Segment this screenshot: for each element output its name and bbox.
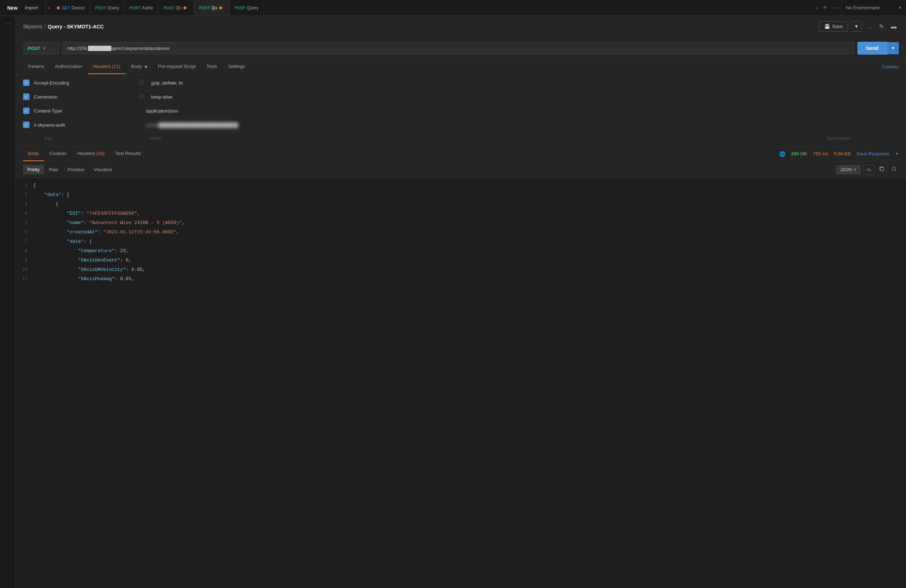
- tab-body-dot: [145, 65, 147, 68]
- headers-table: ✓ Accept-Encoding ⓘ gzip, deflate, br ✓ …: [16, 75, 906, 146]
- request-tabs-left: Params Authorization Headers (11) Body P…: [23, 59, 250, 74]
- sidebar-panel-button[interactable]: ▬: [889, 21, 899, 32]
- tab-name-6: Query: [247, 5, 259, 10]
- line-content-1: {: [33, 182, 906, 190]
- tab-method-1: GET: [62, 6, 70, 10]
- resp-tab-cookies[interactable]: Cookies: [45, 147, 72, 161]
- import-button[interactable]: Import: [22, 3, 41, 12]
- sidebar-more-icon[interactable]: ⋯: [5, 20, 11, 27]
- tab-authorization[interactable]: Authorization: [50, 59, 88, 74]
- env-selector[interactable]: No Environment ▼: [841, 0, 906, 16]
- header-empty-key-placeholder: Key: [45, 135, 145, 141]
- format-tabs: Pretty Raw Preview Visualize: [23, 165, 116, 174]
- header-value-4: eyJhb████████████████████████: [146, 122, 899, 127]
- format-preview-label: Preview: [68, 167, 84, 172]
- tab-settings-label: Settings: [228, 64, 245, 69]
- tab-dot-1: [57, 6, 60, 10]
- line-content-6: "createdAt": "2023-01-12T15:49:56.000Z",: [33, 228, 906, 236]
- status-badge: 200 OK: [791, 151, 807, 156]
- new-tab-button[interactable]: +: [820, 4, 830, 11]
- line-num-10: 10: [16, 266, 33, 274]
- method-select[interactable]: POST ▼: [23, 43, 59, 54]
- tab-headers[interactable]: Headers (11): [88, 59, 126, 74]
- resp-tab-test-results-label: Test Results: [115, 151, 141, 156]
- tab-body[interactable]: Body: [126, 59, 152, 74]
- wrap-button[interactable]: ⇆: [863, 165, 874, 175]
- tab-post-query-2[interactable]: POST Query: [230, 0, 264, 16]
- info-icon-1: ⓘ: [139, 80, 144, 86]
- tab-name-4: Qu: [175, 5, 181, 10]
- cookies-link[interactable]: Cookies: [882, 60, 899, 74]
- search-response-button[interactable]: [890, 164, 899, 175]
- format-tab-preview[interactable]: Preview: [63, 165, 89, 174]
- tabs-next-button[interactable]: ›: [814, 5, 820, 11]
- line-content-3: {: [33, 200, 906, 208]
- top-bar-left: New Import: [0, 0, 46, 16]
- send-button[interactable]: Send: [857, 42, 887, 55]
- resp-tab-headers[interactable]: Headers (15): [72, 147, 110, 161]
- resp-tab-test-results[interactable]: Test Results: [110, 147, 146, 161]
- edit-icon-button[interactable]: ✎: [877, 21, 886, 32]
- resp-headers-badge: (15): [96, 151, 104, 156]
- line-num-3: 3: [16, 200, 33, 208]
- tabs-list: GET Device POST Query POST Authe POST Qu…: [52, 0, 814, 16]
- tab-post-query-1[interactable]: POST Query: [90, 0, 124, 16]
- line-content-8: "temperature": 23,: [33, 247, 906, 255]
- checkmark-2: ✓: [24, 94, 28, 99]
- save-response-button[interactable]: Save Response: [857, 151, 890, 156]
- new-button[interactable]: New: [4, 3, 21, 12]
- resp-tab-headers-label: Headers: [77, 151, 95, 156]
- code-area[interactable]: 1 { 2 "data": [ 3 { 4 "EUI": "74FE48FFFF…: [16, 178, 906, 588]
- header-checkbox-1[interactable]: ✓: [23, 80, 30, 86]
- format-visualize-label: Visualize: [94, 167, 112, 172]
- send-dropdown-button[interactable]: ▼: [887, 42, 899, 54]
- save-icon: 💾: [824, 24, 830, 29]
- format-tab-visualize[interactable]: Visualize: [89, 165, 116, 174]
- tab-get-device[interactable]: GET Device: [52, 0, 90, 16]
- format-tab-pretty[interactable]: Pretty: [23, 165, 44, 174]
- save-response-arrow[interactable]: ▼: [895, 152, 899, 156]
- header-row-content-type: ✓ Content-Type application/json: [23, 104, 899, 118]
- more-actions-button[interactable]: ...: [865, 23, 874, 30]
- code-line-9: 9 "XAxisSenEvent": 0,: [16, 256, 906, 265]
- header-checkbox-2[interactable]: ✓: [23, 94, 30, 100]
- more-tabs-button[interactable]: ⋯: [830, 4, 841, 11]
- header-empty-value-placeholder: Value: [150, 135, 823, 141]
- header-key-4: x-skysens-auth: [34, 122, 135, 127]
- header-checkbox-3[interactable]: ✓: [23, 108, 30, 114]
- save-button[interactable]: 💾 Save: [819, 21, 849, 32]
- tab-name-3: Authe: [142, 5, 153, 10]
- json-format-select[interactable]: JSON ▼: [836, 165, 861, 174]
- save-dropdown-button[interactable]: ▼: [851, 21, 862, 32]
- tab-method-2: POST: [95, 6, 106, 10]
- response-size: 5.94 KB: [834, 151, 850, 156]
- line-content-5: "name": "Advantech Wise 2410B - 5 (AD50)…: [33, 219, 906, 227]
- header-empty-desc-placeholder: Description: [827, 135, 899, 141]
- header-checkbox-4[interactable]: ✓: [23, 121, 30, 128]
- format-tab-raw[interactable]: Raw: [45, 165, 62, 174]
- top-bar: New Import ‹ GET Device POST Query POST …: [0, 0, 906, 16]
- url-input[interactable]: [62, 43, 855, 54]
- tab-pre-request[interactable]: Pre-request Script: [153, 59, 201, 74]
- code-line-4: 4 "EUI": "74FE48FFFF68AD50",: [16, 209, 906, 218]
- resp-tab-body[interactable]: Body: [23, 147, 44, 161]
- copy-response-button[interactable]: [877, 164, 887, 175]
- line-num-1: 1: [16, 182, 33, 190]
- tabs-prev-button[interactable]: ‹: [46, 5, 52, 11]
- header-row-auth: ✓ x-skysens-auth eyJhb██████████████████…: [23, 118, 899, 132]
- url-bar: POST ▼ Send ▼: [16, 37, 906, 59]
- tab-body-label: Body: [131, 64, 142, 69]
- header-empty-row: Key Value Description: [23, 132, 899, 145]
- line-num-4: 4: [16, 210, 33, 218]
- breadcrumb-collection: Skysens: [23, 24, 42, 29]
- tab-settings[interactable]: Settings: [223, 59, 250, 74]
- tab-post-authe[interactable]: POST Authe: [124, 0, 158, 16]
- tab-params[interactable]: Params: [23, 59, 49, 74]
- tab-post-qu-1[interactable]: POST Qu: [158, 0, 194, 16]
- header-row-connection: ✓ Connection ⓘ keep-alive: [23, 90, 899, 104]
- tab-tests[interactable]: Tests: [201, 59, 222, 74]
- tab-method-5: POST: [199, 6, 210, 10]
- method-chevron-icon: ▼: [43, 46, 46, 50]
- line-num-7: 7: [16, 238, 33, 245]
- tab-post-qu-2-active[interactable]: POST Qu: [194, 0, 230, 16]
